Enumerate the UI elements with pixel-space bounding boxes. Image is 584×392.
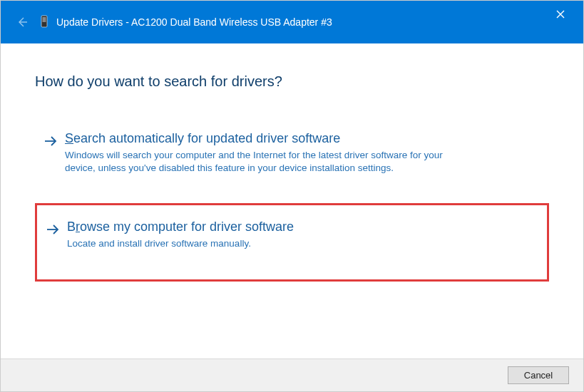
arrow-right-icon (44, 221, 61, 238)
close-button[interactable] (548, 5, 573, 24)
window-title: Update Drivers - AC1200 Dual Band Wirele… (56, 16, 332, 28)
device-icon (38, 14, 51, 30)
option-description: Locate and install driver software manua… (67, 237, 466, 250)
arrow-right-icon (42, 133, 59, 150)
footer: Cancel (1, 359, 583, 391)
option-browse-computer[interactable]: Browse my computer for driver software L… (35, 203, 549, 281)
option-body: Browse my computer for driver software L… (67, 220, 536, 250)
svg-rect-4 (43, 17, 46, 22)
page-heading: How do you want to search for drivers? (35, 73, 549, 90)
option-body: Search automatically for updated driver … (65, 131, 538, 175)
option-description: Windows will search your computer and th… (65, 149, 464, 175)
option-title: Browse my computer for driver software (67, 220, 536, 234)
option-search-automatically[interactable]: Search automatically for updated driver … (35, 121, 549, 186)
titlebar: Update Drivers - AC1200 Dual Band Wirele… (1, 1, 583, 43)
cancel-button[interactable]: Cancel (508, 366, 569, 384)
back-arrow-icon (16, 16, 29, 29)
option-title: Search automatically for updated driver … (65, 131, 538, 146)
close-icon (556, 10, 565, 19)
back-button[interactable] (14, 14, 31, 31)
content-area: How do you want to search for drivers? S… (1, 43, 583, 359)
